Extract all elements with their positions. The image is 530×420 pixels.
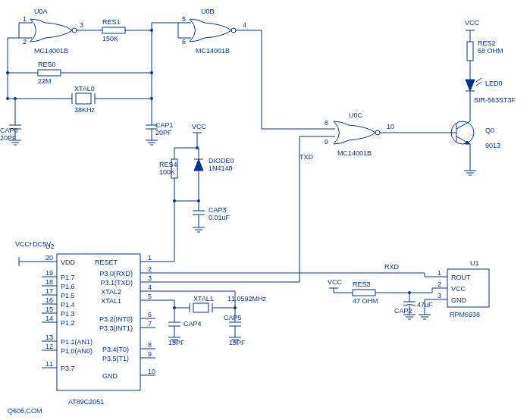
svg-text:MC14001B: MC14001B [196, 47, 230, 55]
svg-text:RESET: RESET [95, 259, 118, 266]
svg-text:10: 10 [387, 123, 394, 130]
svg-text:P1.2: P1.2 [61, 319, 75, 327]
svg-text:GND: GND [451, 296, 467, 304]
res0: RES0 22M [8, 30, 152, 85]
svg-text:CAP0: CAP0 [0, 127, 18, 134]
svg-text:4: 4 [148, 284, 152, 291]
svg-text:XTAL1: XTAL1 [193, 295, 214, 302]
svg-text:P1.1(AN1): P1.1(AN1) [61, 338, 93, 346]
svg-text:P3.4(T0): P3.4(T0) [102, 346, 129, 353]
svg-text:P1.3: P1.3 [61, 310, 75, 318]
svg-text:P3.7: P3.7 [61, 365, 75, 372]
svg-text:10: 10 [148, 368, 155, 375]
res4: RES4 100K [159, 148, 177, 201]
svg-text:AT89C2051: AT89C2051 [68, 398, 104, 406]
svg-text:RES3: RES3 [353, 281, 371, 288]
gnd-q0 [464, 171, 476, 175]
svg-text:9: 9 [325, 138, 328, 146]
gnd-cap2 [403, 315, 416, 319]
svg-text:13: 13 [45, 334, 53, 341]
svg-text:9: 9 [148, 350, 152, 358]
svg-text:11.0592MHz: 11.0592MHz [227, 295, 267, 302]
svg-text:2: 2 [437, 281, 441, 288]
svg-text:150K: 150K [102, 35, 118, 42]
vcc-top-right: VCC [465, 19, 480, 38]
res2: RES2 68 OHM [467, 38, 503, 72]
svg-text:6: 6 [182, 38, 186, 45]
led0: LED0 SIR-563ST3F [466, 72, 516, 118]
svg-text:XTAL0: XTAL0 [74, 85, 95, 92]
xtal0: XTAL0 38KHz [8, 73, 152, 114]
svg-text:VDD: VDD [61, 259, 76, 266]
svg-text:P1.6: P1.6 [61, 283, 75, 290]
cap0: CAP0 20PF [0, 99, 21, 142]
svg-text:RES0: RES0 [38, 61, 56, 68]
svg-text:20: 20 [45, 254, 53, 262]
svg-text:11: 11 [45, 360, 53, 368]
svg-text:Q0: Q0 [485, 127, 494, 134]
svg-rect-9 [102, 27, 125, 33]
svg-rect-244 [353, 290, 375, 296]
svg-text:RES2: RES2 [478, 39, 496, 47]
svg-text:VCC: VCC [465, 19, 480, 27]
svg-point-36 [6, 71, 9, 74]
net-rxd: RXD [384, 263, 400, 271]
svg-text:RPM6938: RPM6938 [450, 311, 480, 318]
watermark: Q606.COM [8, 407, 42, 415]
svg-text:19: 19 [45, 269, 53, 277]
svg-text:U0C: U0C [349, 111, 363, 119]
gate-u0a: 1 2 3 U0A MC14001B [19, 8, 91, 55]
svg-text:3: 3 [148, 274, 152, 282]
svg-text:22M: 22M [38, 77, 52, 85]
schematic: 1 2 3 U0A MC14001B RES1 150K 5 6 4 U0B M… [0, 0, 530, 420]
svg-text:LED0: LED0 [485, 80, 503, 87]
svg-text:VCC: VCC [328, 278, 343, 286]
svg-text:DIODE0: DIODE0 [209, 157, 234, 165]
svg-text:68 OHM: 68 OHM [478, 47, 503, 55]
svg-point-0 [72, 28, 77, 33]
cap1: CAP1 20PF [146, 99, 174, 140]
vcc-reset: VCC [192, 123, 207, 140]
gnd-cap1 [146, 140, 158, 145]
svg-text:CAP5: CAP5 [224, 314, 242, 321]
gnd-u1 [419, 315, 431, 319]
svg-text:1: 1 [437, 269, 441, 277]
cap2: CAP2 47uF [394, 293, 433, 315]
svg-line-91 [476, 82, 481, 86]
svg-text:2: 2 [23, 38, 27, 45]
svg-text:RES4: RES4 [159, 161, 177, 168]
svg-point-69 [375, 130, 380, 135]
svg-text:7: 7 [148, 320, 152, 328]
xtal1: XTAL1 11.0592MHz [174, 291, 267, 312]
mcu-vdd: VCC +DC5V [15, 240, 51, 266]
svg-text:1: 1 [148, 254, 152, 262]
svg-text:5: 5 [148, 293, 152, 300]
svg-text:3: 3 [80, 21, 83, 29]
svg-point-14 [231, 28, 236, 33]
svg-text:P3.5(T1): P3.5(T1) [102, 355, 129, 362]
svg-text:3: 3 [437, 292, 441, 299]
svg-text:16: 16 [45, 296, 53, 304]
vcc-rx: VCC [328, 278, 343, 293]
svg-text:GND: GND [102, 372, 118, 380]
svg-text:U0B: U0B [201, 8, 215, 15]
svg-text:P3.1(TXD): P3.1(TXD) [100, 279, 133, 287]
svg-text:RES1: RES1 [102, 18, 121, 26]
svg-text:VCC: VCC [192, 123, 207, 130]
svg-text:18: 18 [45, 278, 53, 286]
svg-text:CAP3: CAP3 [209, 206, 227, 214]
mcu-left-pins: 20VDD 19P1.7 18P1.6 17P1.5 16P1.4 15P1.3… [42, 254, 93, 372]
svg-text:P3.0(RXD): P3.0(RXD) [99, 270, 133, 277]
svg-text:6: 6 [148, 311, 152, 318]
svg-text:XTAL1: XTAL1 [101, 297, 121, 305]
svg-text:P1.7: P1.7 [61, 274, 75, 281]
svg-marker-116 [194, 159, 203, 171]
svg-marker-86 [466, 80, 475, 91]
gate-u0b: 5 6 4 U0B MC14001B [178, 8, 262, 55]
svg-text:CAP2: CAP2 [394, 307, 412, 315]
svg-text:CAP1: CAP1 [155, 121, 174, 129]
gate-u0c: 8 9 10 U0C MC14001B [311, 111, 425, 157]
svg-text:38KHz: 38KHz [74, 106, 96, 114]
svg-text:100K: 100K [159, 168, 175, 176]
svg-text:1: 1 [23, 15, 27, 23]
